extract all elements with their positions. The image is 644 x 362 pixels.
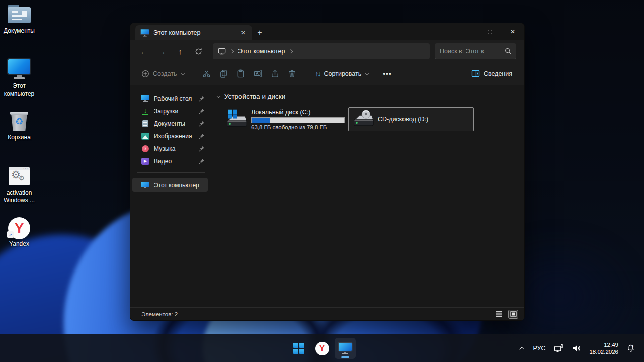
pin-icon: [199, 96, 205, 102]
desktop-icon-label: activation Windows ...: [1, 189, 38, 204]
navigation-bar: ← → ↑ Этот компьютер Поиск в: Этот к: [130, 40, 524, 62]
status-divider: [184, 311, 184, 318]
script-window-icon: ··· ⚙ ⚙: [7, 166, 31, 187]
desktop-icon-this-pc[interactable]: Этот компьютер: [1, 59, 38, 98]
windows-logo-icon: [293, 343, 304, 354]
titlebar: Этот компьютер ✕ + ✕: [130, 23, 524, 40]
svg-text:z: z: [632, 344, 633, 347]
details-view-button[interactable]: [494, 310, 504, 319]
breadcrumb-item-this-pc[interactable]: Этот компьютер: [238, 48, 285, 55]
taskbar-clock[interactable]: 12:49 18.02.2026: [587, 341, 620, 355]
pin-icon: [199, 108, 205, 114]
drive-usage-fill: [252, 118, 270, 123]
cut-button[interactable]: [198, 66, 215, 82]
start-button[interactable]: [288, 338, 309, 359]
volume-icon[interactable]: [570, 338, 584, 358]
pin-icon: [199, 146, 205, 152]
plus-circle-icon: [141, 70, 149, 78]
maximize-button[interactable]: [478, 23, 501, 40]
rename-button[interactable]: [250, 66, 267, 82]
language-indicator[interactable]: РУС: [530, 338, 548, 358]
pin-icon: [199, 158, 205, 164]
monitor-icon: [7, 59, 31, 80]
desktop-folder-icon: [141, 95, 149, 102]
desktop-icon-documents[interactable]: Документы: [1, 4, 38, 35]
taskbar-explorer-button[interactable]: [335, 338, 356, 359]
drive-c-tile[interactable]: Локальный диск (C:) 63,8 ГБ свободно из …: [222, 107, 343, 131]
chevron-right-icon: [230, 49, 234, 53]
large-icons-view-button[interactable]: [508, 310, 518, 319]
refresh-button[interactable]: [190, 43, 207, 59]
desktop-icon-recycle-bin[interactable]: ♻ Корзина: [1, 111, 38, 141]
close-button[interactable]: ✕: [501, 23, 524, 40]
hidden-icons-button[interactable]: [518, 338, 527, 358]
minimize-button[interactable]: [455, 23, 478, 40]
explorer-window: Этот компьютер ✕ + ✕ ← → ↑ Этот компьюте…: [130, 23, 525, 321]
details-pane-button[interactable]: Сведения: [467, 67, 516, 80]
tab-title: Этот компьютер: [153, 29, 234, 36]
copy-button[interactable]: [215, 66, 232, 82]
this-pc-icon: [141, 29, 149, 37]
create-button[interactable]: Создать: [137, 67, 188, 81]
chevron-up-icon: [520, 346, 525, 351]
downloads-icon: ↓: [141, 108, 149, 115]
sidebar-separator: [137, 172, 205, 173]
new-tab-button[interactable]: +: [252, 25, 267, 40]
chevron-down-icon: [216, 94, 220, 98]
sidebar-item-documents[interactable]: Документы: [132, 118, 208, 130]
network-icon[interactable]: [551, 338, 566, 358]
drive-d-tile[interactable]: CD-дисковод (D:): [348, 107, 474, 131]
desktop-icon-label: Этот компьютер: [1, 82, 38, 98]
pictures-icon: [141, 133, 149, 140]
sidebar-item-videos[interactable]: ▶ Видео: [132, 155, 208, 167]
paste-button[interactable]: [232, 66, 250, 82]
notification-bell-icon[interactable]: z: [624, 338, 638, 358]
taskbar: Y РУС 12:49 18.02.2026 z: [0, 334, 644, 362]
ellipsis-icon: •••: [383, 70, 392, 78]
details-pane-icon: [471, 70, 480, 77]
drive-name: Локальный диск (C:): [251, 109, 340, 116]
sidebar-item-downloads[interactable]: ↓ Загрузки: [132, 105, 208, 117]
back-button[interactable]: ←: [135, 43, 152, 59]
breadcrumb[interactable]: Этот компьютер: [213, 43, 430, 59]
sidebar-item-music[interactable]: ♪ Музыка: [132, 143, 208, 155]
sort-button[interactable]: ↑↓ Сортировать: [311, 67, 372, 81]
desktop-icon-label: Yandex: [1, 240, 38, 248]
this-pc-icon: [339, 342, 352, 354]
more-options-button[interactable]: •••: [379, 67, 396, 81]
this-pc-icon: [141, 182, 149, 189]
explorer-tab[interactable]: Этот компьютер ✕: [135, 25, 252, 40]
desktop-icon-label: Документы: [1, 27, 38, 35]
desktop-icon-activation-script[interactable]: ··· ⚙ ⚙ activation Windows ...: [1, 166, 38, 204]
pin-icon: [199, 133, 205, 139]
sidebar-item-desktop[interactable]: Рабочий стол: [132, 93, 208, 105]
documents-icon: [142, 120, 148, 127]
this-pc-icon: [218, 48, 226, 55]
taskbar-yandex-button[interactable]: Y: [311, 338, 333, 359]
items-count: Элементов: 2: [141, 311, 178, 317]
sidebar-item-pictures[interactable]: Изображения: [132, 130, 208, 142]
delete-button[interactable]: [284, 66, 301, 82]
folder-icon: [7, 4, 31, 25]
drive-usage-bar: [251, 117, 345, 123]
recycle-bin-icon: ♻: [7, 111, 31, 132]
yandex-browser-icon: Y: [315, 342, 329, 355]
music-icon: ♪: [142, 145, 149, 152]
forward-button[interactable]: →: [153, 43, 171, 59]
share-button[interactable]: [267, 66, 284, 82]
local-disk-icon: [225, 108, 247, 130]
desktop-icon-label: Корзина: [1, 134, 38, 141]
tab-close-button[interactable]: ✕: [238, 29, 248, 37]
desktop-icon-yandex[interactable]: Y ↗ Yandex: [1, 217, 38, 248]
content-pane: Устройства и диски: [210, 85, 524, 307]
section-devices-and-drives[interactable]: Устройства и диски: [214, 93, 516, 100]
up-button[interactable]: ↑: [172, 43, 189, 59]
drive-name: CD-дисковод (D:): [378, 116, 470, 123]
clock-time: 12:49: [604, 341, 618, 348]
search-placeholder: Поиск в: Этот к: [440, 48, 501, 55]
search-icon[interactable]: [505, 48, 511, 54]
sidebar: Рабочий стол ↓ Загрузки Документы Изобра…: [130, 85, 210, 307]
cd-disc-icon: [362, 110, 370, 119]
search-input[interactable]: Поиск в: Этот к: [435, 43, 516, 59]
sidebar-item-this-pc[interactable]: Этот компьютер: [132, 178, 208, 192]
